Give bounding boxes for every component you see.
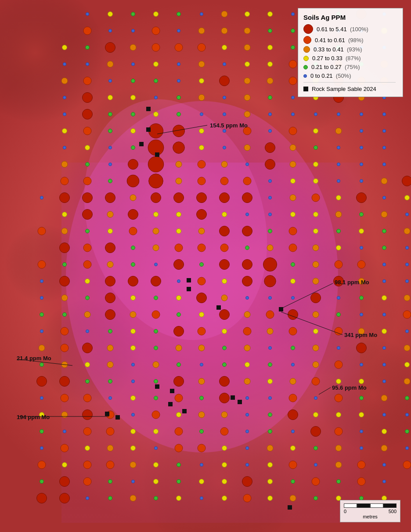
legend-circle — [303, 36, 311, 44]
legend-item: 0.21 to 0.27 (75%) — [303, 64, 396, 70]
legend-circle — [303, 46, 310, 53]
legend-circle — [303, 65, 308, 69]
annotation-label: 98.1 ppm Mo — [335, 279, 369, 286]
annotation-label: 341 ppm Mo — [344, 332, 377, 338]
legend-item: 0.41 to 0.61 (98%) — [303, 36, 396, 44]
scalebar-bar — [344, 503, 397, 508]
legend-circle — [303, 56, 309, 61]
legend-items: 0.61 to 5.41 (100%)0.41 to 0.61 (98%)0.3… — [303, 24, 396, 79]
scalebar-seg-black — [357, 503, 370, 508]
legend-range-text: 0.27 to 0.33 (87%) — [312, 55, 361, 62]
legend-range-text: 0.41 to 0.61 (98%) — [315, 37, 364, 43]
legend-range-text: 0 to 0.21 (50%) — [310, 72, 351, 79]
annotation-label: 21.4 ppm Mo — [17, 355, 51, 362]
scalebar-label-right: 500 — [389, 509, 397, 514]
rock-label: Rock Sample Sable 2024 — [312, 86, 376, 92]
legend-item: 0.61 to 5.41 (100%) — [303, 24, 396, 34]
scalebar-seg-white — [344, 503, 357, 508]
scalebar-labels: 0 500 — [344, 509, 397, 514]
legend-box: Soils Ag PPM 0.61 to 5.41 (100%)0.41 to … — [298, 8, 403, 97]
legend-rock-item: Rock Sample Sable 2024 — [303, 86, 396, 92]
legend-title: Soils Ag PPM — [303, 14, 396, 21]
legend-item: 0.27 to 0.33 (87%) — [303, 55, 396, 62]
map-container: Soils Ag PPM 0.61 to 5.41 (100%)0.41 to … — [0, 0, 411, 532]
legend-circle — [303, 74, 307, 78]
legend-range-text: 0.33 to 0.41 (93%) — [314, 46, 362, 53]
scalebar: 0 500 metres — [340, 500, 400, 522]
legend-circle — [303, 24, 313, 34]
legend-range-text: 0.61 to 5.41 (100%) — [317, 26, 368, 33]
legend-range-text: 0.21 to 0.27 (75%) — [311, 64, 360, 70]
annotation-label: 95.6 ppm Mo — [332, 384, 367, 391]
legend-item: 0.33 to 0.41 (93%) — [303, 46, 396, 53]
annotation-label: 194 ppm Mo — [17, 414, 50, 420]
scalebar-seg-black2 — [383, 503, 397, 508]
scalebar-label-left: 0 — [344, 509, 346, 514]
legend-item: 0 to 0.21 (50%) — [303, 72, 396, 79]
scalebar-unit: metres — [344, 514, 397, 519]
rock-symbol — [303, 87, 308, 91]
annotation-label: 154.5 ppm Mo — [210, 122, 248, 129]
scalebar-seg-white2 — [370, 503, 383, 508]
